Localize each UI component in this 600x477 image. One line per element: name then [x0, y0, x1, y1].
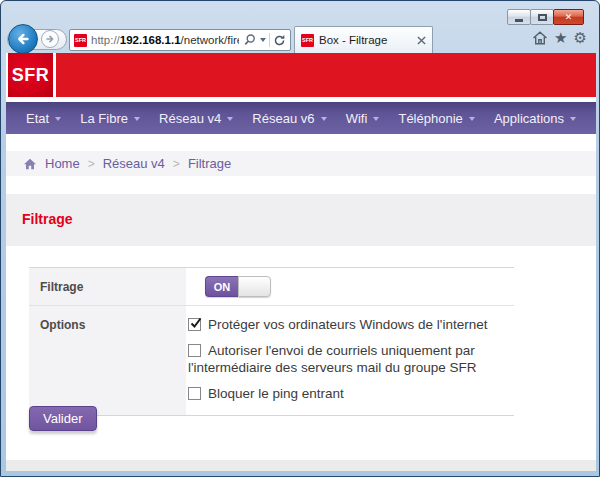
- minimize-icon: [515, 19, 523, 22]
- nav-item-label: Applications: [494, 111, 564, 126]
- settings-gear-icon[interactable]: ⚙: [574, 30, 587, 46]
- chevron-down-icon: [469, 117, 475, 121]
- valider-button[interactable]: Valider: [29, 406, 97, 431]
- breadcrumb-item[interactable]: Home: [45, 156, 80, 171]
- nav-item-etat[interactable]: Etat: [26, 111, 61, 126]
- minimize-button[interactable]: [507, 9, 531, 25]
- browser-window: ✕ SFR http://192.168.1.1/network/firewal…: [0, 0, 600, 477]
- maximize-icon: [538, 14, 547, 21]
- nav-item-label: Wifi: [346, 111, 368, 126]
- nav-item-label: Etat: [26, 111, 49, 126]
- nav-item-label: La Fibre: [80, 111, 128, 126]
- chevron-down-icon: [55, 117, 61, 121]
- search-icon[interactable]: [243, 33, 257, 47]
- divider: [269, 33, 270, 47]
- main-navigation: EtatLa FibreRéseau v4Réseau v6WifiTéléph…: [6, 102, 596, 134]
- row-label: Options: [29, 306, 186, 415]
- forward-button[interactable]: [41, 30, 59, 48]
- chevron-down-icon: [134, 117, 140, 121]
- nav-item-la-fibre[interactable]: La Fibre: [80, 111, 140, 126]
- option-item: Autoriser l'envoi de courriels uniquemen…: [188, 342, 500, 376]
- table-row-filtrage: Filtrage ON: [29, 268, 514, 306]
- option-item: Protéger vos ordinateurs Windows de l'in…: [188, 316, 500, 333]
- checkbox-checked[interactable]: [188, 318, 201, 331]
- nav-item-réseau-v4[interactable]: Réseau v4: [159, 111, 233, 126]
- chevron-down-icon: [321, 117, 327, 121]
- breadcrumb-item[interactable]: Filtrage: [188, 156, 231, 171]
- home-icon[interactable]: [532, 30, 548, 46]
- nav-item-wifi[interactable]: Wifi: [346, 111, 380, 126]
- filtering-toggle[interactable]: ON: [205, 276, 271, 297]
- row-label: Filtrage: [29, 268, 186, 305]
- tab-close-icon[interactable]: [417, 36, 426, 45]
- address-dropdown-icon[interactable]: [260, 38, 266, 42]
- checkbox-unchecked[interactable]: [188, 387, 201, 400]
- back-button[interactable]: [8, 24, 38, 54]
- checkmark-icon: [189, 316, 203, 330]
- chevron-down-icon: [373, 117, 379, 121]
- title-band: Filtrage: [6, 194, 596, 246]
- nav-item-label: Réseau v4: [159, 111, 221, 126]
- page-bottom-strip: [6, 460, 596, 471]
- close-icon: ✕: [565, 12, 573, 22]
- option-label: Bloquer le ping entrant: [208, 386, 344, 401]
- breadcrumb-separator: >: [173, 157, 180, 171]
- tab-title: Box - Filtrage: [319, 34, 387, 46]
- nav-item-label: Réseau v6: [252, 111, 314, 126]
- page-title: Filtrage: [6, 194, 596, 227]
- table-row-options: Options Protéger vos ordinateurs Windows…: [29, 306, 514, 415]
- option-item: Bloquer le ping entrant: [188, 385, 500, 402]
- url-text: http://192.168.1.1/network/firewall: [91, 34, 239, 46]
- favorites-star-icon[interactable]: ★: [554, 30, 567, 46]
- breadcrumb: Home>Réseau v4>Filtrage: [6, 151, 596, 176]
- breadcrumb-item[interactable]: Réseau v4: [103, 156, 165, 171]
- option-label: Autoriser l'envoi de courriels uniquemen…: [188, 343, 476, 375]
- nav-item-téléphonie[interactable]: Téléphonie: [398, 111, 474, 126]
- chevron-down-icon: [227, 117, 233, 121]
- brand-banner: [56, 53, 596, 97]
- close-button[interactable]: ✕: [553, 9, 584, 25]
- chevron-down-icon: [570, 117, 576, 121]
- toggle-handle[interactable]: [238, 276, 271, 297]
- breadcrumb-separator: >: [88, 157, 95, 171]
- nav-item-label: Téléphonie: [398, 111, 462, 126]
- maximize-button[interactable]: [530, 9, 554, 25]
- settings-table: Filtrage ON Options Protéger vos ordinat…: [29, 267, 514, 416]
- checkbox-unchecked[interactable]: [188, 344, 201, 357]
- toggle-on-label: ON: [205, 276, 238, 297]
- site-favicon: SFR: [74, 34, 87, 47]
- refresh-icon[interactable]: [273, 34, 286, 47]
- nav-item-réseau-v6[interactable]: Réseau v6: [252, 111, 326, 126]
- address-bar[interactable]: SFR http://192.168.1.1/network/firewall: [69, 29, 291, 51]
- browser-tab[interactable]: SFR Box - Filtrage: [294, 26, 433, 53]
- nav-item-applications[interactable]: Applications: [494, 111, 576, 126]
- sfr-logo: SFR: [8, 53, 53, 97]
- forward-arrow-icon: [44, 33, 56, 45]
- breadcrumb-home-icon: [23, 157, 37, 171]
- tab-favicon: SFR: [301, 34, 314, 47]
- option-label: Protéger vos ordinateurs Windows de l'in…: [208, 317, 487, 332]
- window-controls: ✕: [508, 9, 584, 25]
- back-arrow-icon: [12, 28, 34, 50]
